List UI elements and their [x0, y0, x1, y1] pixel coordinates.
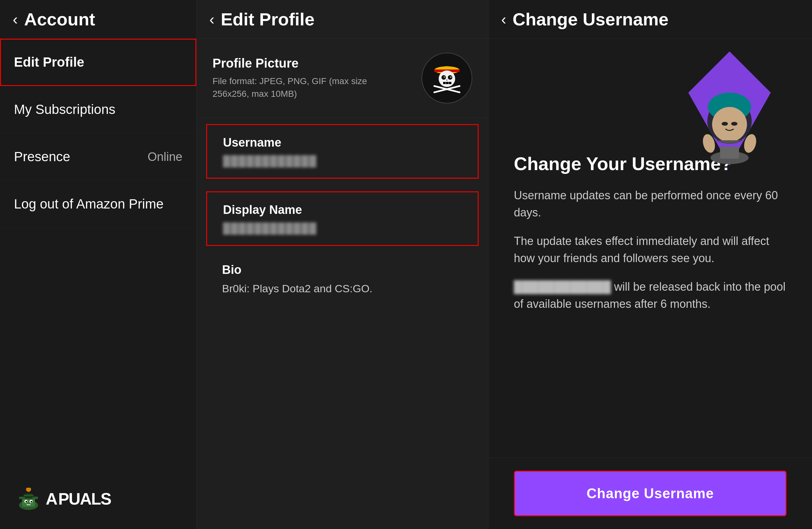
middle-panel: ‹ Edit Profile Profile Picture File form… [197, 0, 489, 529]
left-panel: ‹ Account Edit Profile My Subscriptions … [0, 0, 197, 529]
watermark: A PUALS [6, 478, 203, 519]
right-panel-header: ‹ Change Username [489, 0, 812, 39]
username-label: Username [223, 136, 462, 149]
nav-label-presence: Presence [14, 149, 70, 165]
right-panel-title: Change Username [512, 9, 669, 29]
left-back-arrow[interactable]: ‹ [13, 12, 18, 27]
nav-label-my-subscriptions: My Subscriptions [14, 102, 115, 117]
profile-picture-desc: File format: JPEG, PNG, GIF (max size 25… [213, 75, 371, 100]
svg-point-9 [26, 488, 31, 492]
nav-status-presence: Online [147, 150, 183, 164]
bio-label: Bio [222, 263, 463, 277]
change-username-body: Username updates can be performed once e… [514, 187, 787, 324]
nav-list: Edit Profile My Subscriptions Presence O… [0, 39, 196, 228]
svg-point-29 [722, 122, 728, 126]
nav-item-log-out-amazon[interactable]: Log out of Amazon Prime [0, 181, 196, 228]
svg-rect-25 [720, 147, 739, 159]
username-value: ████████████ [223, 155, 462, 167]
display-name-label: Display Name [223, 203, 462, 217]
body-line2: The update takes effect immediately and … [514, 233, 787, 267]
watermark-logo-icon [13, 488, 44, 510]
profile-picture-info: Profile Picture File format: JPEG, PNG, … [213, 56, 371, 100]
right-panel: ‹ Change Username [489, 0, 812, 529]
bio-section: Bio Br0ki: Plays Dota2 and CS:GO. [206, 252, 479, 305]
left-panel-title: Account [24, 9, 95, 29]
svg-rect-19 [446, 82, 449, 84]
display-name-section[interactable]: Display Name ████████████ [206, 191, 479, 246]
left-panel-header: ‹ Account [0, 0, 196, 39]
nav-label-edit-profile: Edit Profile [14, 55, 84, 70]
nav-item-presence[interactable]: Presence Online [0, 133, 196, 181]
bio-value: Br0ki: Plays Dota2 and CS:GO. [222, 283, 463, 295]
body-line1: Username updates can be performed once e… [514, 187, 787, 221]
nav-item-edit-profile[interactable]: Edit Profile [0, 39, 196, 86]
svg-point-30 [731, 122, 738, 126]
svg-rect-8 [24, 495, 34, 496]
middle-back-arrow[interactable]: ‹ [209, 12, 214, 27]
watermark-brand: PUALS [58, 489, 111, 509]
character-svg [672, 48, 787, 169]
display-name-value: ████████████ [223, 223, 462, 234]
right-content: Change Your Username? Username updates c… [489, 39, 812, 458]
character-illustration [672, 48, 787, 169]
nav-item-my-subscriptions[interactable]: My Subscriptions [0, 86, 196, 133]
svg-point-17 [450, 76, 452, 78]
svg-rect-18 [443, 82, 446, 84]
svg-point-6 [31, 501, 32, 503]
middle-panel-header: ‹ Edit Profile [197, 0, 488, 39]
svg-point-16 [444, 76, 445, 78]
watermark-text: A [46, 489, 57, 509]
body-line3: ████████████ will be released back into … [514, 278, 787, 313]
bottom-bar: Change Username [489, 458, 812, 529]
profile-picture-label: Profile Picture [213, 56, 371, 70]
nav-label-log-out-amazon: Log out of Amazon Prime [14, 197, 164, 212]
change-username-button[interactable]: Change Username [514, 471, 787, 516]
profile-picture-section: Profile Picture File format: JPEG, PNG, … [197, 39, 488, 118]
svg-point-13 [439, 70, 455, 87]
avatar[interactable] [422, 53, 472, 103]
middle-panel-title: Edit Profile [221, 9, 315, 29]
right-back-arrow[interactable]: ‹ [501, 12, 506, 27]
avatar-icon [425, 56, 469, 100]
svg-point-28 [712, 107, 747, 142]
body-line3-username: ████████████ [514, 280, 611, 293]
svg-point-5 [26, 501, 27, 503]
svg-rect-20 [449, 82, 451, 84]
username-section[interactable]: Username ████████████ [206, 124, 479, 178]
